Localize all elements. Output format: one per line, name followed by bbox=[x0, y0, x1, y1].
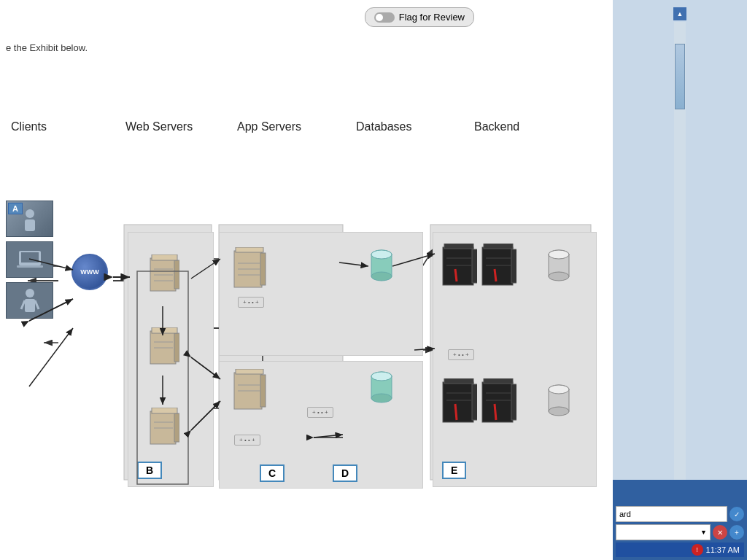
label-clients: Clients bbox=[11, 120, 47, 133]
svg-rect-56 bbox=[236, 247, 263, 252]
zone-label-c: C bbox=[260, 464, 285, 482]
svg-rect-65 bbox=[260, 375, 266, 407]
backend-zone: + • • + bbox=[433, 232, 597, 487]
taskbar-red-icon: ! bbox=[692, 544, 703, 556]
svg-rect-30 bbox=[25, 219, 35, 231]
svg-rect-32 bbox=[17, 265, 43, 268]
backend-servers-bottom bbox=[441, 378, 516, 426]
client-a-label: A bbox=[8, 203, 23, 214]
svg-point-88 bbox=[549, 250, 569, 259]
svg-rect-80 bbox=[511, 249, 516, 283]
svg-rect-66 bbox=[236, 369, 263, 374]
backend-db-top bbox=[546, 247, 572, 287]
taskbar-time-bar: ! 11:37 AM bbox=[616, 542, 744, 557]
svg-rect-95 bbox=[482, 382, 513, 422]
taskbar-search-input[interactable]: ard bbox=[616, 506, 727, 522]
svg-rect-46 bbox=[152, 327, 177, 333]
flag-review-label: Flag for Review bbox=[399, 12, 465, 23]
taskbar-dropdown-row: ▼ ✕ + bbox=[616, 524, 744, 540]
svg-rect-96 bbox=[511, 384, 516, 420]
svg-rect-50 bbox=[174, 413, 179, 442]
svg-rect-45 bbox=[174, 333, 179, 362]
svg-point-62 bbox=[371, 272, 392, 281]
app-db-zone-lower: + • • + + • • + C D bbox=[219, 361, 423, 489]
scrollbar-track[interactable] bbox=[674, 22, 686, 506]
scrollbar-area[interactable]: ▲ ▼ bbox=[613, 0, 747, 521]
switch-3: + • • + bbox=[307, 407, 333, 418]
web-server-icon-2 bbox=[147, 327, 179, 370]
scroll-up-button[interactable]: ▲ bbox=[673, 7, 686, 20]
person2-silhouette bbox=[19, 286, 41, 315]
svg-rect-35 bbox=[25, 299, 35, 312]
svg-point-29 bbox=[26, 209, 34, 218]
svg-line-78 bbox=[455, 269, 457, 281]
svg-rect-51 bbox=[152, 408, 177, 413]
dropdown-arrow-icon: ▼ bbox=[700, 529, 707, 536]
svg-line-84 bbox=[495, 269, 496, 281]
switch-1: + • • + bbox=[238, 297, 264, 308]
app-server-icon-2 bbox=[231, 369, 267, 416]
svg-rect-81 bbox=[484, 244, 513, 249]
backend-switch: + • • + bbox=[448, 349, 474, 360]
taskbar-search-text: ard bbox=[619, 510, 631, 518]
switch-2: + • • + bbox=[234, 435, 260, 446]
web-server-zone: B bbox=[128, 232, 214, 487]
zone-label-d: D bbox=[333, 464, 357, 482]
instruction-text: e the Exhibit below. bbox=[6, 42, 88, 53]
web-server-icon-1 bbox=[147, 254, 179, 295]
label-web-servers: Web Servers bbox=[125, 120, 193, 133]
taskbar-input-row: ard ✓ bbox=[616, 506, 744, 522]
svg-rect-97 bbox=[484, 378, 513, 384]
svg-line-37 bbox=[35, 300, 39, 309]
svg-line-111 bbox=[29, 328, 73, 386]
taskbar-close-btn[interactable]: ✕ bbox=[713, 525, 727, 540]
svg-rect-39 bbox=[174, 260, 179, 289]
right-panel: ▲ ▼ ▲ ► ard ✓ ▼ ✕ + ! bbox=[613, 0, 747, 560]
svg-rect-90 bbox=[472, 384, 477, 420]
label-backend: Backend bbox=[474, 120, 519, 133]
globe-icon: WWW bbox=[71, 254, 108, 290]
label-app-servers: App Servers bbox=[237, 120, 301, 133]
svg-rect-91 bbox=[444, 378, 473, 384]
svg-line-100 bbox=[495, 404, 496, 420]
app-db-zone-upper: + • • + bbox=[219, 232, 423, 356]
client-a-image: A bbox=[6, 201, 53, 237]
diagram-area: Clients Web Servers App Servers Database… bbox=[0, 73, 598, 496]
taskbar-time-display: 11:37 AM bbox=[706, 545, 740, 554]
svg-rect-74 bbox=[472, 249, 477, 283]
svg-point-87 bbox=[549, 272, 569, 281]
svg-point-71 bbox=[371, 394, 392, 402]
label-databases: Databases bbox=[356, 120, 412, 133]
taskbar-dropdown[interactable]: ▼ bbox=[616, 524, 711, 540]
svg-rect-89 bbox=[443, 382, 473, 422]
main-content: Flag for Review e the Exhibit below. Cli… bbox=[0, 0, 613, 560]
zone-label-b: B bbox=[137, 462, 162, 479]
svg-rect-75 bbox=[444, 244, 473, 249]
client-b-image bbox=[6, 241, 53, 278]
svg-point-72 bbox=[371, 372, 392, 381]
client-section: A bbox=[6, 201, 53, 319]
svg-rect-79 bbox=[482, 247, 513, 285]
backend-servers-top bbox=[441, 244, 516, 287]
scrollbar-thumb[interactable] bbox=[675, 44, 685, 109]
backend-db-bottom bbox=[546, 382, 572, 421]
toggle-switch[interactable] bbox=[374, 12, 395, 23]
taskbar-add-btn[interactable]: + bbox=[729, 525, 744, 540]
laptop-silhouette bbox=[15, 247, 44, 273]
taskbar-action-btn[interactable]: ✓ bbox=[729, 507, 744, 521]
svg-rect-55 bbox=[260, 253, 266, 285]
svg-rect-40 bbox=[152, 254, 177, 260]
svg-rect-33 bbox=[21, 252, 39, 262]
flag-review-button[interactable]: Flag for Review bbox=[365, 7, 474, 27]
svg-point-63 bbox=[371, 250, 392, 259]
svg-point-104 bbox=[549, 385, 569, 394]
database-icon-2 bbox=[369, 369, 395, 408]
svg-rect-73 bbox=[443, 247, 473, 285]
svg-line-94 bbox=[455, 404, 457, 420]
app-server-icon-1 bbox=[231, 247, 267, 294]
svg-line-36 bbox=[21, 300, 25, 309]
svg-point-103 bbox=[549, 407, 569, 416]
svg-point-34 bbox=[26, 289, 34, 298]
taskbar-area: ard ✓ ▼ ✕ + ! 11:37 AM bbox=[613, 480, 747, 560]
client-c-image bbox=[6, 282, 53, 319]
